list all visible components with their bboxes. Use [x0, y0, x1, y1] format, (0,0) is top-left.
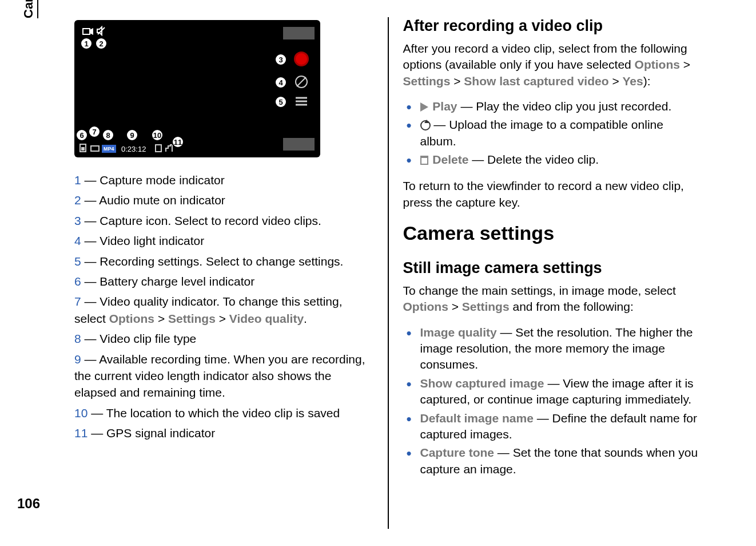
video-camera-icon — [82, 27, 94, 36]
ui-block — [283, 138, 315, 151]
option-show-captured: Show captured image — View the image aft… — [403, 375, 702, 408]
callout-11: 11 — [172, 136, 184, 148]
heading-still-image: Still image camera settings — [403, 259, 702, 277]
trash-icon — [420, 156, 428, 165]
right-column: After recording a video clip After you r… — [389, 17, 717, 529]
svg-rect-0 — [83, 29, 90, 34]
play-icon — [420, 102, 428, 112]
svg-rect-9 — [81, 147, 85, 151]
option-play: Play — Play the video clip you just reco… — [403, 98, 702, 114]
callout-6: 6 — [75, 129, 88, 141]
heading-camera-settings: Camera settings — [403, 222, 702, 244]
video-light-icon — [294, 74, 309, 89]
option-image-quality: Image quality — Set the resolution. The … — [403, 325, 702, 373]
option-default-name: Default image name — Define the default … — [403, 410, 702, 443]
page-number: 106 — [17, 496, 40, 512]
viewfinder-screenshot: 1 2 3 4 5 6 7 MP4 8 0:23:12 9 — [74, 20, 320, 157]
callout-5: 5 — [274, 96, 287, 108]
legend-item: 10 — The location to which the video cli… — [74, 405, 373, 421]
callout-8: 8 — [102, 129, 114, 141]
menu-icon — [294, 96, 309, 107]
video-quality-icon — [90, 144, 100, 153]
legend-item: 6 — Battery charge level indicator — [74, 273, 373, 290]
rec-time: 0:23:12 — [121, 145, 146, 153]
callout-4: 4 — [274, 76, 287, 89]
left-column: 1 2 3 4 5 6 7 MP4 8 0:23:12 9 — [60, 17, 388, 529]
section-tab: Camera — [21, 0, 38, 18]
battery-icon — [79, 143, 88, 153]
options-still-image: Image quality — Set the resolution. The … — [403, 325, 702, 480]
callout-7: 7 — [88, 125, 101, 138]
record-icon — [294, 52, 309, 66]
legend-item: 9 — Available recording time. When you a… — [74, 351, 373, 401]
ui-block — [283, 27, 315, 39]
svg-rect-11 — [156, 145, 161, 152]
callout-2: 2 — [95, 37, 108, 50]
legend-item: 3 — Capture icon. Select to record video… — [74, 212, 373, 229]
columns: 1 2 3 4 5 6 7 MP4 8 0:23:12 9 — [60, 17, 716, 529]
para-after-recording: After you record a video clip, select fr… — [403, 41, 702, 89]
callout-3: 3 — [274, 53, 287, 66]
gps-icon — [165, 144, 173, 153]
option-capture-tone: Capture tone — Set the tone that sounds … — [403, 445, 702, 477]
legend-item: 1 — Capture mode indicator — [74, 172, 373, 188]
callout-10: 10 — [151, 129, 164, 141]
heading-after-recording: After recording a video clip — [403, 17, 702, 35]
legend-list: 1 — Capture mode indicator 2 — Audio mut… — [74, 172, 373, 445]
storage-icon — [154, 144, 162, 153]
mute-icon — [96, 26, 106, 36]
para-return: To return to the viewfinder to record a … — [403, 178, 702, 211]
option-upload: — Upload the image to a compatible onlin… — [403, 117, 702, 149]
para-still: To change the main settings, in image mo… — [403, 283, 702, 315]
option-delete: Delete — Delete the video clip. — [403, 152, 702, 168]
callout-9: 9 — [126, 129, 138, 141]
file-type-badge: MP4 — [102, 145, 116, 153]
legend-item: 8 — Video clip file type — [74, 330, 373, 347]
legend-item: 4 — Video light indicator — [74, 232, 373, 249]
legend-item: 2 — Audio mute on indicator — [74, 192, 373, 208]
options-after-recording: Play — Play the video clip you just reco… — [403, 98, 702, 170]
legend-item: 5 — Recording settings. Select to change… — [74, 253, 373, 270]
legend-item: 7 — Video quality indicator. To change t… — [74, 293, 373, 327]
page: Camera 106 1 2 3 4 5 6 — [0, 0, 756, 546]
svg-rect-10 — [91, 146, 99, 151]
callout-1: 1 — [80, 37, 93, 50]
legend-item: 11 — GPS signal indicator — [74, 425, 373, 441]
upload-icon — [420, 120, 431, 130]
svg-line-4 — [297, 77, 306, 86]
